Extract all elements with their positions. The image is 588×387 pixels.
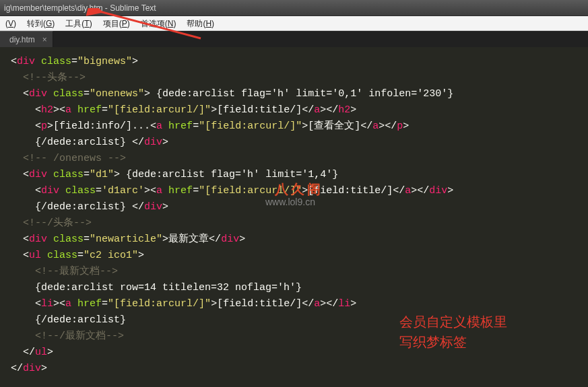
menu-help[interactable]: 帮助(H) — [181, 16, 220, 31]
code-line[interactable]: <!--/头条--> — [11, 215, 588, 232]
menubar: (V) 转到(G) 工具(T) 项目(P) 首选项(N) 帮助(H) — [0, 16, 588, 31]
menu-goto[interactable]: 转到(G) — [22, 16, 60, 31]
code-line[interactable]: </ul> — [11, 345, 588, 361]
code-line[interactable]: {dede:arclist row=14 titlelen=32 noflag=… — [11, 280, 588, 296]
tab-diy-htm[interactable]: diy.htm × — [0, 31, 53, 47]
code-line[interactable]: <div class='d1arc'><a href="[field:arcur… — [11, 183, 588, 199]
menu-view[interactable]: (V) — [0, 16, 22, 31]
window-titlebar: ig\member\templets\diy.htm - Sublime Tex… — [0, 0, 588, 16]
code-line[interactable]: <!-- /onenews --> — [11, 151, 588, 167]
code-line[interactable]: <h2><a href="[field:arcurl/]">[field:tit… — [11, 102, 588, 118]
code-line[interactable]: {/dede:arclist} </div> — [11, 199, 588, 215]
tabbar: diy.htm × — [0, 31, 588, 47]
code-line[interactable]: <!--最新文档--> — [11, 264, 588, 280]
code-line[interactable]: <div class="d1"> {dede:arclist flag='h' … — [11, 167, 588, 183]
code-editor[interactable]: <div class="bignews"> <!--头条--> <div cla… — [0, 47, 588, 387]
code-line[interactable]: <div class="onenews"> {dede:arclist flag… — [11, 86, 588, 102]
code-line[interactable]: <div class="newarticle">最新文章</div> — [11, 232, 588, 248]
tab-label: diy.htm — [9, 35, 35, 44]
menu-tools[interactable]: 工具(T) — [60, 16, 97, 31]
menu-preferences[interactable]: 首选项(N) — [135, 16, 182, 31]
code-line[interactable]: <!--/最新文档--> — [11, 328, 588, 345]
code-line[interactable]: <p>[field:info/]...<a href="[field:arcur… — [11, 118, 588, 135]
window-title: ig\member\templets\diy.htm - Sublime Tex… — [4, 3, 156, 13]
code-line[interactable]: {/dede:arclist} — [11, 312, 588, 328]
code-line[interactable]: <!--头条--> — [11, 70, 588, 86]
code-line[interactable]: </div> — [11, 361, 588, 377]
code-line[interactable]: {/dede:arclist} </div> — [11, 135, 588, 151]
menu-project[interactable]: 项目(P) — [98, 16, 135, 31]
code-line[interactable]: <li><a href="[field:arcurl/]">[field:tit… — [11, 296, 588, 312]
code-line[interactable]: <ul class="c2 ico1"> — [11, 248, 588, 264]
close-icon[interactable]: × — [42, 36, 47, 44]
code-line[interactable]: <div class="bignews"> — [11, 54, 588, 70]
